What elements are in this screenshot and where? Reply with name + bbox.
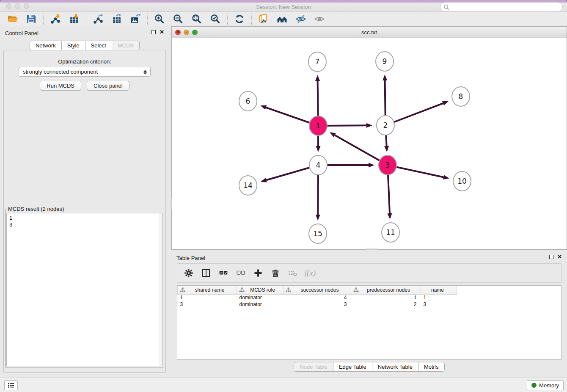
network-canvas[interactable]: 1 2 3 4 6 7 8 9 10 11 14 15: [172, 38, 567, 249]
home-view-icon: [277, 14, 288, 25]
graph-node-2[interactable]: 2: [377, 116, 394, 135]
search-field[interactable]: [440, 2, 563, 12]
tab-mcds[interactable]: MCDS: [112, 41, 140, 50]
graph-edge-arrow-3-11: [388, 213, 392, 219]
hide-graphics-details-icon: [295, 14, 306, 25]
column-header-name[interactable]: name: [421, 286, 457, 294]
search-input[interactable]: [449, 3, 562, 11]
add-row-button[interactable]: [253, 268, 264, 279]
settings-button[interactable]: [183, 268, 194, 279]
columns-button[interactable]: [201, 268, 212, 279]
column-header-shared-name[interactable]: shared name: [178, 286, 237, 294]
open-file-button[interactable]: [3, 12, 22, 26]
graph-node-3[interactable]: 3: [379, 155, 396, 175]
delete-row-button[interactable]: [270, 268, 281, 279]
clone-network-button[interactable]: [254, 12, 273, 26]
function-button[interactable]: f(x): [305, 268, 316, 279]
mcds-result-list[interactable]: 13: [6, 213, 163, 366]
table-cell[interactable]: 2: [351, 301, 421, 308]
show-graphics-details-icon: [314, 14, 325, 25]
tab-select[interactable]: Select: [85, 41, 112, 50]
graph-node-label: 14: [243, 181, 253, 190]
deselect-all-icon: [236, 268, 245, 278]
import-table-button[interactable]: [65, 12, 83, 26]
export-network-button[interactable]: [89, 12, 107, 26]
float-panel-icon[interactable]: [151, 30, 156, 34]
table-cell[interactable]: 1: [178, 294, 237, 301]
splitter-handle-horizontal[interactable]: [366, 248, 377, 250]
table-cell[interactable]: 1: [421, 294, 457, 301]
control-panel-tabs: NetworkStyleSelectMCDS: [0, 41, 169, 50]
import-network-button[interactable]: [46, 12, 65, 26]
select-all-button[interactable]: [218, 268, 229, 279]
graph-node-label: 10: [457, 177, 467, 185]
splitter-handle-vertical[interactable]: [171, 198, 172, 209]
table-cell[interactable]: 3: [178, 301, 237, 308]
mcds-result-scrollbar[interactable]: [159, 213, 162, 366]
network-window-title: scc.txt: [172, 29, 567, 36]
search-icon: [443, 4, 449, 10]
tab-style[interactable]: Style: [61, 41, 85, 50]
close-panel-button[interactable]: Close panel: [87, 81, 129, 91]
graph-node-11[interactable]: 11: [382, 223, 399, 242]
graph-node-8[interactable]: 8: [452, 87, 470, 106]
graph-node-9[interactable]: 9: [376, 52, 394, 71]
table-cell[interactable]: 3: [421, 301, 457, 308]
memory-button[interactable]: Memory: [527, 380, 564, 390]
close-panel-icon[interactable]: ✕: [160, 30, 164, 34]
zoom-fit-button[interactable]: [187, 12, 206, 26]
graph-node-6[interactable]: 6: [239, 91, 257, 111]
graph-node-7[interactable]: 7: [308, 52, 326, 72]
home-view-button[interactable]: [273, 12, 292, 26]
column-header-MCDS-role[interactable]: MCDS role: [237, 286, 284, 294]
column-header-successor-nodes[interactable]: successor nodes: [284, 286, 351, 294]
zoom-out-button[interactable]: [169, 12, 187, 26]
graph-node-label: 7: [315, 58, 320, 66]
table-cell[interactable]: 4: [284, 294, 351, 301]
show-graphics-details-button[interactable]: [310, 12, 329, 26]
export-table-button[interactable]: [107, 12, 126, 26]
node-table[interactable]: shared name MCDS role successor nodes pr…: [177, 285, 561, 360]
tab-network-table[interactable]: Network Table: [372, 362, 418, 372]
deselect-all-button[interactable]: [235, 268, 246, 279]
zoom-selected-button[interactable]: [206, 12, 225, 26]
run-mcds-button[interactable]: Run MCDS: [40, 81, 81, 91]
optimization-criterion-select[interactable]: strongly connected component: [19, 67, 151, 77]
graph-node-1[interactable]: 1: [309, 116, 327, 135]
show-panels-button[interactable]: [4, 380, 18, 390]
table-cell[interactable]: dominator: [237, 301, 284, 308]
graph-node-4[interactable]: 4: [309, 155, 327, 175]
delete-table-button[interactable]: [287, 268, 298, 279]
table-cell[interactable]: 1: [351, 294, 421, 301]
float-table-panel-icon[interactable]: [549, 255, 553, 259]
save-session-button[interactable]: [22, 12, 41, 26]
table-cell[interactable]: 3: [284, 301, 351, 308]
tab-node-table[interactable]: Node Table: [294, 362, 333, 372]
graph-edge-arrow-3-10: [443, 175, 449, 179]
graph-node-14[interactable]: 14: [239, 176, 257, 195]
graph-node-label: 6: [246, 97, 250, 105]
table-cell[interactable]: dominator: [237, 294, 284, 301]
mcds-result-line: 1: [9, 215, 162, 221]
graph-node-10[interactable]: 10: [453, 171, 471, 191]
table-row[interactable]: 3dominator323: [178, 301, 457, 308]
graph-node-label: 9: [383, 57, 387, 66]
import-network-icon: [50, 14, 61, 25]
zoom-out-icon: [173, 14, 184, 25]
network-window-titlebar[interactable]: ✕ − + scc.txt: [172, 27, 567, 38]
table-row[interactable]: 1dominator411: [178, 294, 457, 301]
export-image-button[interactable]: [126, 12, 145, 26]
tab-edge-table[interactable]: Edge Table: [333, 362, 372, 372]
close-table-panel-icon[interactable]: ✕: [557, 255, 562, 259]
tab-motifs[interactable]: Motifs: [418, 362, 445, 372]
control-panel: Control Panel ✕ NetworkStyleSelectMCDS O…: [0, 26, 169, 375]
graph-node-15[interactable]: 15: [309, 224, 327, 243]
table-toolbar: f(x): [177, 263, 561, 283]
hide-graphics-details-button[interactable]: [292, 12, 310, 26]
control-panel-title: Control Panel: [5, 30, 39, 36]
column-header-predecessor-nodes[interactable]: predecessor nodes: [351, 286, 421, 294]
zoom-in-button[interactable]: [150, 12, 169, 26]
tab-network[interactable]: Network: [30, 41, 62, 50]
graph-edge-arrow-1-2: [366, 123, 372, 128]
refresh-view-button[interactable]: [230, 12, 249, 26]
